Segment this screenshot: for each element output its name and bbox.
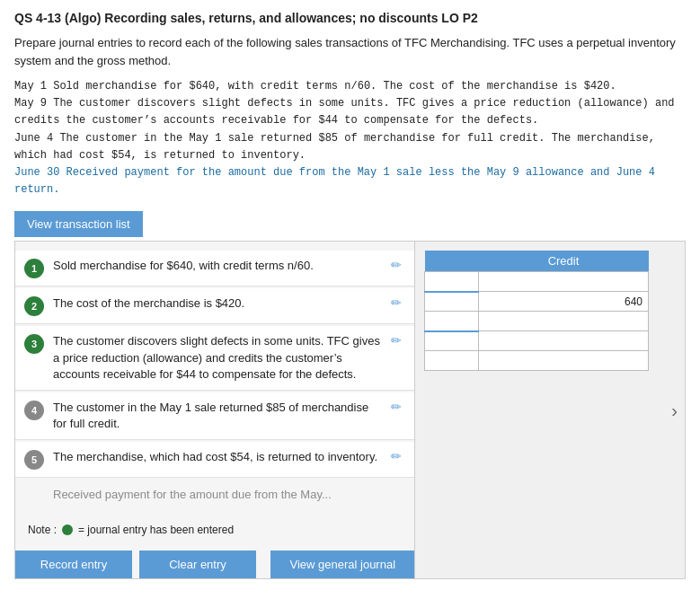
edit-icon-3[interactable]: ✏ [391, 333, 402, 348]
step-text-1: Sold merchandise for $640, with credit t… [53, 258, 384, 274]
journal-table-area: Credit 640 [415, 242, 685, 578]
journal-panel: › Credit 640 [415, 241, 686, 579]
step-number-5: 5 [24, 450, 44, 470]
debit-cell-2[interactable] [425, 292, 479, 312]
journal-table: Credit 640 [424, 251, 649, 371]
chevron-right-icon[interactable]: › [671, 400, 678, 420]
step-item-2: 2 The cost of the merchandise is $420. ✏ [15, 288, 414, 324]
page-title: QS 4-13 (Algo) Recording sales, returns,… [14, 11, 686, 25]
step-text-2: The cost of the merchandise is $420. [53, 295, 384, 312]
modal-area: × 1 Sold merchandise for $640, with cred… [14, 241, 686, 579]
transaction-panel: × 1 Sold merchandise for $640, with cred… [14, 241, 415, 579]
step-text-5: The merchandise, which had cost $54, is … [53, 449, 384, 465]
credit-cell-4[interactable] [478, 331, 648, 351]
edit-icon-2[interactable]: ✏ [391, 295, 402, 310]
intro-text: Prepare journal entries to record each o… [14, 34, 686, 69]
step-number-1: 1 [24, 259, 44, 278]
credit-cell-5[interactable] [478, 351, 648, 371]
clear-entry-button[interactable]: Clear entry [139, 551, 256, 578]
step-number-2: 2 [24, 296, 44, 316]
debit-cell-5[interactable] [425, 351, 479, 371]
credit-header: Credit [478, 251, 648, 272]
view-general-journal-button[interactable]: View general journal [270, 551, 414, 578]
step-item-5: 5 The merchandise, which had cost $54, i… [15, 442, 414, 478]
step-number-3: 3 [24, 334, 44, 354]
step-text-4: The customer in the May 1 sale returned … [53, 400, 384, 432]
transactions-list: May 1 Sold merchandise for $640, with cr… [14, 78, 686, 198]
step-text-3: The customer discovers slight defects in… [53, 333, 384, 383]
view-transaction-btn[interactable]: View transaction list [14, 211, 143, 237]
credit-cell-3[interactable] [478, 312, 648, 331]
record-entry-button[interactable]: Record entry [15, 551, 132, 578]
credit-cell-1[interactable] [478, 272, 648, 292]
journal-row-1 [425, 272, 649, 292]
journal-row-5 [425, 351, 649, 371]
note-label: Note : [28, 524, 57, 536]
step-item-3: 3 The customer discovers slight defects … [15, 326, 414, 391]
debit-cell-1[interactable] [425, 272, 479, 292]
journal-row-3 [425, 312, 649, 331]
edit-icon-1[interactable]: ✏ [391, 258, 402, 272]
bottom-buttons: Record entry Clear entry View general jo… [15, 543, 414, 578]
note-text: = journal entry has been entered [78, 524, 234, 536]
step-text-partial: Received payment for the amount due from… [53, 487, 402, 503]
credit-cell-2[interactable]: 640 [478, 292, 648, 312]
edit-icon-5[interactable]: ✏ [391, 449, 402, 463]
step-item-1: 1 Sold merchandise for $640, with credit… [15, 251, 414, 286]
journal-row-4 [425, 331, 649, 351]
step-item-partial: 6 Received payment for the amount due fr… [15, 480, 414, 515]
step-number-4: 4 [24, 401, 44, 420]
green-dot-icon [62, 524, 73, 535]
journal-row-2: 640 [425, 292, 649, 312]
edit-icon-4[interactable]: ✏ [391, 400, 402, 414]
debit-header [425, 251, 479, 272]
debit-cell-4[interactable] [425, 331, 479, 351]
step-item-4: 4 The customer in the May 1 sale returne… [15, 392, 414, 440]
note-area: Note : = journal entry has been entered [15, 516, 414, 543]
debit-cell-3[interactable] [425, 312, 479, 331]
